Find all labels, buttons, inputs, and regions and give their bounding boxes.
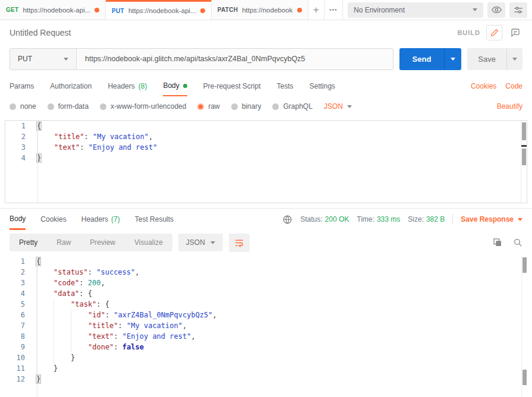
line-number: 9 [5,342,31,352]
response-tab-cookies[interactable]: Cookies [40,209,66,230]
code-token: "Enjoy and rest" [89,143,158,152]
save-response-button[interactable]: Save Response [461,215,522,223]
environment-settings-button[interactable] [509,2,527,18]
environment-quick-look-button[interactable] [487,2,505,18]
code-token: : [88,268,96,276]
line-number: 8 [5,331,31,342]
view-raw[interactable]: Raw [47,234,80,251]
scrollbar-thumb[interactable] [522,370,527,385]
request-body-editor[interactable]: 1{2"title": "My vacation",3"text": "Enjo… [5,120,527,203]
code-line: 2"title": "My vacation", [5,131,527,142]
code-token: "status" [53,268,88,276]
indent-guide [36,363,53,374]
code-token: : [105,311,114,319]
gutter-divider [37,121,38,203]
tab-tests[interactable]: Tests [276,76,293,96]
line-number: 12 [5,374,31,385]
code-token: "text" [88,332,114,341]
editor-scrollbar[interactable] [521,256,527,397]
view-mode-segment: Pretty Raw Preview Visualize [10,234,172,251]
beautify-link[interactable]: Beautify [497,102,522,111]
body-type-binary[interactable]: binary [231,102,262,111]
comment-icon [511,28,520,37]
code-line: 1{ [5,256,527,267]
tab-options-button[interactable]: ••• [325,0,343,20]
line-number: 1 [5,256,31,267]
code-line: 10} [5,352,527,363]
response-body-editor[interactable]: 1{2"status": "success",3"code": 200,4"da… [5,256,527,397]
tab-authorization[interactable]: Authorization [50,76,92,96]
unsaved-dot-icon [95,8,99,12]
body-type-none[interactable]: none [10,102,36,111]
scrollbar-thumb[interactable] [522,149,526,165]
code-token: "id" [88,311,105,319]
code-token: : [96,300,105,308]
save-button[interactable]: Save [467,48,506,70]
code-line: 6"id": "axrZ4Bal_0NmPqvcybQz5", [5,310,527,320]
line-number: 5 [5,299,31,310]
chevron-down-icon [512,58,517,61]
editor-scrollbar[interactable] [521,121,527,203]
scrollbar-thumb[interactable] [522,257,527,273]
comments-button[interactable] [508,26,522,40]
send-options-button[interactable] [444,48,461,70]
code-token: "My vacation" [93,133,149,141]
line-number: 11 [5,363,31,374]
tab-body[interactable]: Body [163,76,187,96]
url-input[interactable] [77,55,393,63]
code-line: 4"data": { [5,288,527,299]
tab-pre-request-script[interactable]: Pre-request Script [203,76,261,96]
code-line: 2"status": "success", [5,267,527,278]
code-token: "axrZ4Bal_0NmPqvcybQz5" [114,311,212,319]
code-token: "data" [53,289,79,298]
cookies-link[interactable]: Cookies [471,82,496,90]
code-token: : [114,343,122,351]
response-tab-headers[interactable]: Headers (7) [81,209,120,230]
code-token: } [71,354,75,362]
view-preview[interactable]: Preview [80,234,125,251]
send-button[interactable]: Send [399,48,445,70]
method-selector[interactable]: PUT [10,49,77,70]
body-type-row: none form-data x-www-form-urlencoded raw… [0,96,532,116]
code-link[interactable]: Code [505,82,522,90]
line-number: 2 [5,131,32,142]
globe-lock-icon [282,215,292,225]
indent-guide [53,320,71,331]
code-token: : [114,332,122,341]
response-format-selector[interactable]: JSON [178,234,223,251]
environment-selector[interactable]: No Environment [348,2,483,18]
radio-icon [100,103,106,110]
view-visualize[interactable]: Visualize [125,234,172,251]
tab-params[interactable]: Params [10,76,34,96]
new-tab-button[interactable]: + [309,0,325,20]
save-options-button[interactable] [506,48,522,70]
body-type-raw[interactable]: raw [197,102,219,111]
content-type-selector[interactable]: JSON [324,102,352,111]
code-line: 7"title": "My vacation", [5,320,527,331]
tab-settings[interactable]: Settings [310,76,335,96]
response-tab-test-results[interactable]: Test Results [135,209,174,230]
edit-request-button[interactable] [486,25,502,40]
search-response-button[interactable] [513,238,522,247]
request-tab-get[interactable]: GET https://nodebook-api... [0,0,106,20]
view-pretty[interactable]: Pretty [10,234,47,251]
indent-guide [71,310,88,320]
body-type-form-data[interactable]: form-data [48,102,89,111]
unsaved-dot-icon [200,8,205,13]
copy-response-button[interactable] [493,238,502,247]
tab-url: https://nodebook-api... [23,7,90,14]
wrap-lines-button[interactable] [229,234,250,252]
scrollbar-thumb[interactable] [522,122,526,140]
code-line: 5"task": { [5,299,527,310]
code-token: , [213,311,217,319]
response-tab-body[interactable]: Body [10,209,26,230]
code-token: : [84,133,93,141]
request-title-row: Untitled Request BUILD [0,20,532,45]
request-tab-patch[interactable]: PATCH https://nodebook-... [212,0,309,20]
chevron-down-icon [473,8,477,11]
tab-headers[interactable]: Headers (8) [108,76,147,96]
code-token: : [80,143,88,152]
body-type-graphql[interactable]: GraphQL [272,102,312,111]
body-type-x-www-form-urlencoded[interactable]: x-www-form-urlencoded [100,102,186,111]
request-tab-put[interactable]: PUT https://nodebook-api... [106,0,212,20]
